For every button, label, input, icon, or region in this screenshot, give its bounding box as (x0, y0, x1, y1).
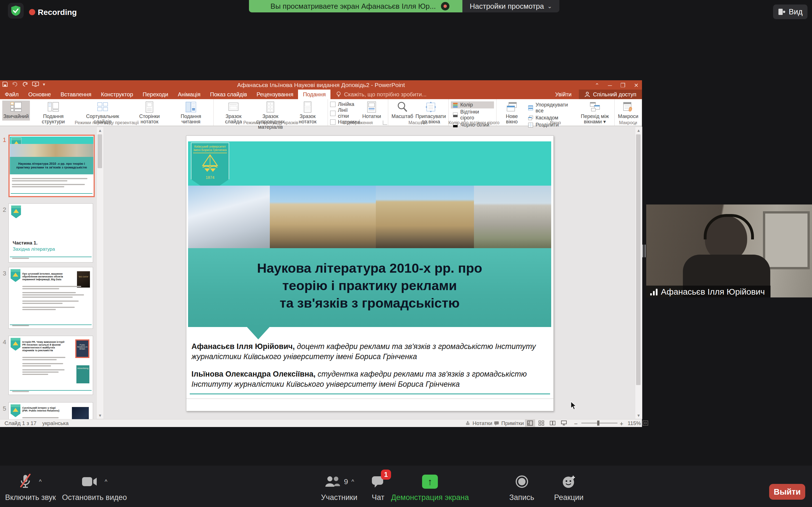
zoom-slider-track[interactable] (581, 423, 617, 424)
mic-options-icon[interactable]: ^ (39, 478, 42, 485)
notes-statusbar-button[interactable]: Нотатки (465, 420, 492, 427)
participant-name: Афанасьєв Ілля Юрійович (661, 287, 765, 297)
restore-icon[interactable]: ❐ (620, 82, 625, 89)
tab-transitions[interactable]: Переходи (138, 90, 173, 99)
slide-header-band (188, 142, 551, 186)
thumbnail-slide-3[interactable]: Про штучний інтелект, машинне оброблення… (8, 267, 93, 329)
editor-scrollbar[interactable]: ▲ ▼ (635, 127, 642, 419)
thumbnail-slide-4[interactable]: Історія PR. Чому вивчення історії PR пос… (8, 336, 93, 395)
video-panel-drag-handle[interactable] (642, 244, 646, 258)
new-window-button[interactable]: Нове вікно (499, 101, 525, 121)
scroll-down-icon[interactable]: ▼ (97, 413, 103, 418)
grayscale-button[interactable]: Відтінки сірого (451, 108, 494, 121)
thumbnail-slide-5[interactable]: Суспільний інтерес у піарі (PIR: Public … (8, 402, 93, 419)
security-shield-button[interactable] (8, 3, 24, 18)
sign-in-button[interactable]: Увійти (555, 91, 571, 98)
chat-button[interactable]: 1 Чат (363, 473, 394, 502)
notes-page-button[interactable]: Сторінки нотаток (130, 101, 169, 121)
view-settings-label: Настройки просмотра (470, 2, 544, 11)
slide-counter: Слайд 1 з 17 (4, 420, 36, 427)
tell-me-search[interactable]: Скажіть, що потрібно зробити... (331, 90, 426, 99)
zoom-button[interactable]: Масштаб (391, 101, 414, 121)
unmute-label: Включить звук (5, 493, 56, 502)
slide-canvas[interactable]: Київський університет імені Бориса Грінч… (186, 135, 554, 411)
ribbon-options-icon[interactable]: ⌃ (595, 82, 599, 89)
leave-meeting-button[interactable]: Выйти (769, 484, 805, 500)
scroll-up-icon[interactable]: ▲ (97, 128, 103, 133)
zoom-slider-handle[interactable] (597, 420, 599, 426)
tab-slideshow[interactable]: Показ слайдів (205, 90, 252, 99)
reading-view-statusbar-button[interactable] (548, 419, 558, 427)
thumbnail-slide-2[interactable]: Частина 1. Західна література (8, 203, 93, 263)
cascade-label: Каскадом (536, 115, 559, 121)
arrange-all-button[interactable]: Упорядкувати все (526, 101, 576, 114)
record-label: Запись (509, 493, 534, 502)
fit-to-window-button[interactable]: Припасувати до вікна (416, 101, 446, 121)
slide-sorter-statusbar-button[interactable] (536, 419, 546, 427)
gridlines-checkbox[interactable]: Лінії сітки (330, 107, 360, 119)
slide-sorter-button[interactable]: Сортувальник слайдів (77, 101, 128, 121)
tab-home[interactable]: Основне (23, 90, 56, 99)
view-settings-button[interactable]: Настройки просмотра ⌄ (462, 0, 559, 12)
tab-file[interactable]: Файл (0, 90, 23, 99)
macros-button[interactable]: Макроси (617, 101, 640, 121)
account-area: Увійти Спільний доступ (555, 90, 642, 99)
fit-slide-statusbar-button[interactable] (641, 419, 650, 427)
powerpoint-title-bar[interactable]: ▾ Афанасьєв Ільїнова Наукові видання Доп… (0, 80, 642, 90)
tab-insert[interactable]: Вставлення (56, 90, 96, 99)
video-options-icon[interactable]: ^ (105, 478, 107, 485)
reading-view-button[interactable]: Подання читання (170, 101, 211, 121)
macros-icon (622, 101, 634, 113)
normal-view-statusbar-button[interactable] (525, 419, 535, 427)
thumbnail-slide-1[interactable]: Наукова література 2010 -х рр. про теорі… (8, 135, 95, 197)
tab-design[interactable]: Конструктор (96, 90, 138, 99)
slide-master-button[interactable]: Зразок слайда (216, 101, 251, 121)
editor-scroll-thumb[interactable] (636, 134, 641, 385)
ruler-checkbox[interactable]: Лінійка (330, 101, 360, 107)
tab-review[interactable]: Рецензування (252, 90, 298, 99)
tab-animations[interactable]: Анімація (173, 90, 205, 99)
language-indicator[interactable]: українська (42, 420, 68, 427)
thumbnail-scrollbar[interactable]: ▲ ▼ (96, 127, 104, 419)
arrange-all-icon (528, 105, 534, 111)
zoom-out-icon[interactable]: − (574, 420, 578, 428)
person-icon (585, 92, 590, 97)
minimize-icon[interactable]: ─ (608, 82, 612, 89)
stop-video-button[interactable]: ^ Остановить видео (61, 473, 128, 502)
reactions-button[interactable]: Реакции (550, 473, 588, 502)
slideshow-statusbar-button[interactable] (559, 419, 569, 427)
view-button[interactable]: Вид (773, 4, 808, 19)
slideshow-small-icon (561, 420, 567, 426)
participants-options-icon[interactable]: ^ (352, 478, 354, 485)
share-document-button[interactable]: Спільний доступ (579, 90, 642, 99)
comments-statusbar-button[interactable]: Примітки (494, 420, 524, 427)
checkbox-icon (330, 111, 336, 116)
group-label-macros: Макроси (615, 120, 642, 125)
participants-button[interactable]: 9 ^ Участники (312, 473, 366, 502)
participants-icon (324, 475, 341, 488)
zoom-in-icon[interactable]: + (620, 420, 623, 428)
camera-icon (82, 476, 97, 487)
outline-view-button[interactable]: Подання структури (31, 101, 75, 121)
switch-windows-button[interactable]: Перехід між вікнами ▾ (578, 101, 612, 121)
handout-master-button[interactable]: Зразок супровідних матеріалів (252, 101, 289, 121)
scroll-up-icon[interactable]: ▲ (635, 128, 642, 133)
university-name: Київський університет імені Бориса Грінч… (193, 145, 227, 153)
arrange-all-label: Упорядкувати все (536, 102, 575, 114)
tab-view-active[interactable]: Подання (298, 90, 331, 99)
notes-toggle-button[interactable]: Нотатки (361, 101, 382, 121)
fit-slide-icon (643, 420, 648, 426)
thumbnail-2-number: 2 (0, 206, 6, 214)
color-label: Колір (460, 102, 473, 108)
normal-view-button[interactable]: Звичайний (2, 101, 30, 121)
color-button[interactable]: Колір (451, 101, 494, 108)
zoom-percentage[interactable]: 115% (627, 420, 641, 427)
notes-master-button[interactable]: Зразок нотаток (290, 101, 326, 121)
thumbnail-scroll-thumb[interactable] (98, 134, 102, 168)
unmute-button[interactable]: ^ Включить звук (5, 473, 56, 502)
scroll-down-icon[interactable]: ▼ (635, 413, 642, 418)
participant-video-tile[interactable]: Афанасьєв Ілля Юрійович (646, 205, 812, 297)
share-screen-button[interactable]: ↑ Демонстрация экрана (395, 473, 465, 502)
close-icon[interactable]: ✕ (634, 82, 639, 89)
record-button[interactable]: Запись (504, 473, 539, 502)
